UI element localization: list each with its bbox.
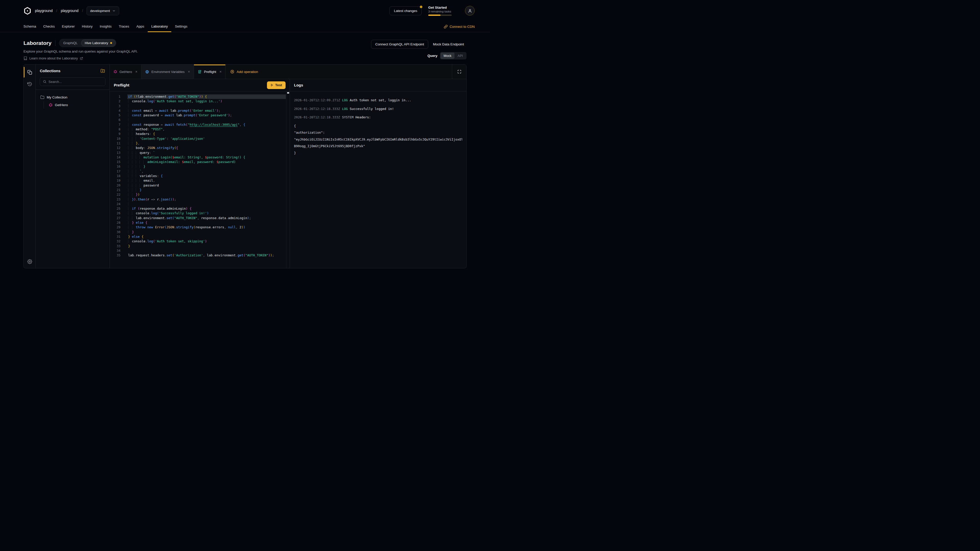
tab-preflight[interactable]: Preflight × <box>194 65 226 79</box>
nav-tab-laboratory[interactable]: Laboratory <box>148 21 172 32</box>
learn-more-link[interactable]: Learn more about the Laboratory <box>24 56 138 60</box>
collections-tree: My Collection GetHero <box>36 90 110 112</box>
code-line-3[interactable]: 3 <box>110 104 290 108</box>
latest-changes-button[interactable]: Latest changes <box>390 6 422 15</box>
line-content: console.log('Auth token not set, loggin … <box>121 99 290 103</box>
toggle-hive-laboratory[interactable]: Hive Laboratory <box>81 40 116 46</box>
collections-icon <box>27 70 32 75</box>
tab-environment-variables[interactable]: Environment Variables × <box>142 65 194 79</box>
search-input[interactable] <box>48 80 102 84</box>
add-collection-button[interactable] <box>100 68 105 73</box>
code-line-34[interactable]: 34 <box>110 248 290 253</box>
nav-tab-insights[interactable]: Insights <box>96 21 115 32</box>
connect-to-cdn-label: Connect to CDN <box>450 25 475 29</box>
code-line-26[interactable]: 26 console.log('Successfully logged in!'… <box>110 211 290 216</box>
code-line-33[interactable]: 33} <box>110 244 290 248</box>
line-content: } <box>121 230 290 234</box>
globe-icon <box>145 70 149 74</box>
code-line-6[interactable]: 6 <box>110 118 290 122</box>
collections-search[interactable] <box>40 77 105 86</box>
connect-to-cdn-link[interactable]: Connect to CDN <box>444 21 475 32</box>
hive-laboratory-app: playground / playground / development La… <box>0 0 490 275</box>
code-line-28[interactable]: 28 } else { <box>110 221 290 225</box>
breadcrumb-project[interactable]: playground <box>61 9 78 13</box>
line-content: mutation Login($email: String!, $passwor… <box>121 155 290 160</box>
code-line-12[interactable]: 12 body: JSON.stringify({ <box>110 146 290 150</box>
code-line-31[interactable]: 31} else { <box>110 234 290 239</box>
editor-scrollbar-thumb[interactable] <box>287 92 289 94</box>
line-number: 21 <box>110 188 121 192</box>
code-line-11[interactable]: 11 }, <box>110 141 290 146</box>
code-line-16[interactable]: 16 } <box>110 164 290 169</box>
nav-tab-explorer[interactable]: Explorer <box>59 21 78 32</box>
code-line-25[interactable]: 25 if (response.data.adminLogin) { <box>110 206 290 211</box>
editor-scrollbar[interactable] <box>286 91 290 268</box>
mode-option-mock[interactable]: Mock <box>441 52 455 59</box>
code-line-15[interactable]: 15 adminLogin(email: $email, password: $… <box>110 160 290 164</box>
code-line-19[interactable]: 19 email, <box>110 178 290 183</box>
fullscreen-button[interactable] <box>452 65 466 79</box>
mock-endpoint-button[interactable]: Mock Data Endpoint <box>430 40 466 48</box>
code-line-18[interactable]: 18 variables: { <box>110 174 290 178</box>
laboratory-panel: Collections My Colle <box>24 64 466 268</box>
code-line-21[interactable]: 21 } <box>110 188 290 192</box>
get-started-widget[interactable]: Get Started 3 remaining tasks <box>428 6 458 16</box>
code-line-1[interactable]: 1if (!lab.environment.get("AUTH_TOKEN"))… <box>110 94 290 99</box>
laboratory-header: Laboratory GraphiQL Hive Laboratory Expl… <box>0 32 490 64</box>
test-button[interactable]: Test <box>267 81 286 89</box>
breadcrumb-org[interactable]: playground <box>35 9 52 13</box>
collection-item[interactable]: My Collection <box>39 94 107 101</box>
code-line-4[interactable]: 4 const email = await lab.prompt('Enter … <box>110 108 290 113</box>
line-number: 10 <box>110 137 121 141</box>
code-line-29[interactable]: 29 throw new Error(JSON.stringify(respon… <box>110 225 290 230</box>
code-line-10[interactable]: 10 'Content-Type': 'application/json' <box>110 137 290 141</box>
collections-rail-button[interactable] <box>24 67 35 77</box>
code-editor[interactable]: 1if (!lab.environment.get("AUTH_TOKEN"))… <box>110 91 290 268</box>
line-content: query: ` <box>121 151 290 155</box>
nav-tab-apps[interactable]: Apps <box>133 21 148 32</box>
hive-logo-icon[interactable] <box>24 7 32 15</box>
code-line-9[interactable]: 9 headers: { <box>110 132 290 136</box>
tab-gethero[interactable]: GetHero × <box>110 65 142 79</box>
close-icon[interactable]: × <box>188 70 190 73</box>
code-line-14[interactable]: 14 mutation Login($email: String!, $pass… <box>110 155 290 160</box>
connect-endpoint-button[interactable]: Connect GraphQL API Endpoint <box>371 40 428 49</box>
code-line-23[interactable]: 23 }).then(r => r.json()); <box>110 197 290 202</box>
code-line-27[interactable]: 27 lab.environment.set("AUTH_TOKEN", res… <box>110 216 290 221</box>
code-line-13[interactable]: 13 query: ` <box>110 151 290 155</box>
line-number: 12 <box>110 146 121 150</box>
breadcrumb-separator: / <box>56 9 57 13</box>
settings-rail-button[interactable] <box>24 256 35 267</box>
nav-tab-settings[interactable]: Settings <box>171 21 191 32</box>
code-line-8[interactable]: 8 method: "POST", <box>110 127 290 132</box>
nav-tab-schema[interactable]: Schema <box>20 21 40 32</box>
code-line-20[interactable]: 20 password <box>110 183 290 188</box>
user-avatar[interactable] <box>465 6 475 16</box>
nav-tab-checks[interactable]: Checks <box>40 21 59 32</box>
code-line-35[interactable]: 35lab.request.headers.set('Authorization… <box>110 253 290 258</box>
code-line-30[interactable]: 30 } <box>110 230 290 234</box>
line-content <box>121 202 290 206</box>
nav-tab-history[interactable]: History <box>78 21 96 32</box>
code-line-22[interactable]: 22 }) <box>110 192 290 197</box>
code-line-32[interactable]: 32 console.log('Auth token set, skipping… <box>110 239 290 244</box>
close-icon[interactable]: × <box>220 70 221 73</box>
history-rail-button[interactable] <box>24 79 35 89</box>
toggle-graphiql[interactable]: GraphiQL <box>60 40 81 46</box>
logs-output[interactable]: 2026-01-26T12:12:09.271Z LOG Auth token … <box>290 91 466 268</box>
code-line-5[interactable]: 5 const password = await lab.prompt('Ent… <box>110 113 290 118</box>
nav-tab-traces[interactable]: Traces <box>115 21 133 32</box>
operation-item[interactable]: GetHero <box>47 101 107 109</box>
line-content: } <box>121 188 290 192</box>
line-content: }) <box>121 192 290 197</box>
mode-option-api[interactable]: API <box>455 52 466 59</box>
code-line-2[interactable]: 2 console.log('Auth token not set, loggi… <box>110 99 290 103</box>
close-icon[interactable]: × <box>135 70 137 73</box>
code-line-17[interactable]: 17 `, <box>110 169 290 174</box>
add-operation-button[interactable]: Add operation <box>226 65 262 79</box>
code-line-7[interactable]: 7 const response = await fetch("http://l… <box>110 122 290 127</box>
external-link-icon <box>80 57 83 60</box>
target-selector[interactable]: development <box>86 6 119 15</box>
log-entries: 2026-01-26T12:12:09.271Z LOG Auth token … <box>294 97 462 121</box>
code-line-24[interactable]: 24 <box>110 202 290 206</box>
